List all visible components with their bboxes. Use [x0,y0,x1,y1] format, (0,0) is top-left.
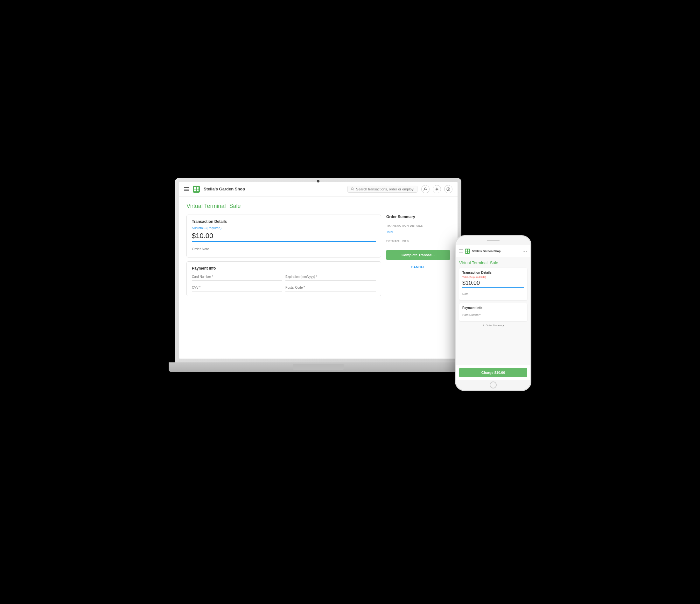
cancel-button[interactable]: CANCEL [386,265,450,269]
main-content: Virtual Terminal Sale Transaction Detail… [179,196,457,359]
phone-note-input[interactable] [462,291,524,297]
svg-rect-4 [197,189,199,191]
transaction-details-title: Transaction Details [192,219,376,224]
scene: Stella's Garden Shop [175,178,525,426]
phone-brand-name: Stella's Garden Shop [472,250,521,253]
search-icon [351,187,354,191]
laptop-screen: Stella's Garden Shop [179,182,457,359]
content-grid: Transaction Details Subtotal • (Required… [186,215,450,296]
navbar: Stella's Garden Shop [179,182,457,196]
phone-page-title: Virtual Terminal Sale [459,260,527,265]
phone-notch [456,236,530,245]
svg-point-8 [436,188,438,190]
svg-rect-13 [466,249,468,251]
laptop-trackpad [293,364,344,370]
svg-rect-2 [197,187,199,189]
phone-home-button-area [456,380,530,390]
svg-rect-1 [194,187,196,189]
complete-transaction-button[interactable]: Complete Transac... [386,250,450,260]
menu-icon[interactable] [184,187,189,191]
phone-page-subtitle: Sale [490,260,498,265]
phone-subtotal-label: Total•(Required field) [462,275,524,279]
page-title: Virtual Terminal Sale [186,203,450,210]
expiration-input[interactable] [285,273,376,281]
user-icon-button[interactable] [421,185,429,193]
svg-rect-0 [193,186,200,193]
laptop-device: Stella's Garden Shop [175,178,461,394]
chevron-up-icon: ∧ [483,324,484,327]
search-input[interactable] [356,187,414,191]
phone-content: Virtual Terminal Sale Transaction Detail… [456,257,530,365]
payment-info-title: Payment Info [192,266,376,270]
cvv-input[interactable] [192,284,282,291]
svg-line-6 [353,189,354,190]
svg-rect-3 [194,189,196,191]
phone-menu-icon[interactable] [459,250,463,253]
phone-transaction-details-card: Transaction Details Total•(Required fiel… [459,268,527,300]
gear-icon-button[interactable] [433,185,441,193]
phone-navbar: Stella's Garden Shop ··· [456,245,530,257]
phone-screen: Stella's Garden Shop ··· Virtual Termina… [456,245,530,380]
search-bar[interactable] [347,186,418,193]
order-summary-title: Order Summary [386,215,450,219]
laptop-body: Stella's Garden Shop [175,178,461,362]
nav-brand-name: Stella's Garden Shop [204,187,344,191]
svg-rect-14 [468,249,469,251]
left-panel: Transaction Details Subtotal • (Required… [186,215,381,296]
brand-logo-icon [193,186,200,193]
phone-brand-logo-icon [465,248,470,254]
order-note-input[interactable] [192,245,376,253]
phone-transaction-details-title: Transaction Details [462,271,524,274]
svg-rect-15 [466,252,468,253]
transaction-details-label: TRANSACTION DETAILS [386,224,450,227]
postal-code-input[interactable] [285,284,376,291]
payment-info-label: PAYMENT INFO [386,239,450,242]
subtotal-label: Subtotal • (Required) [192,226,376,230]
order-summary-panel: Order Summary TRANSACTION DETAILS Total … [386,215,450,296]
info-icon-button[interactable] [444,185,452,193]
payment-info-card: Payment Info [186,261,381,296]
phone-payment-title: Payment Info [462,306,524,310]
card-number-input[interactable] [192,273,282,281]
payment-fields [192,273,376,291]
svg-point-11 [448,188,448,188]
phone-payment-info-card: Payment Info [459,303,527,321]
phone-dots-menu[interactable]: ··· [522,248,527,254]
phone-bottom-bar: Charge $10.00 [456,365,530,380]
svg-point-5 [351,188,353,189]
phone-charge-button[interactable]: Charge $10.00 [459,368,527,377]
amount-input[interactable] [192,232,376,242]
phone-home-circle[interactable] [490,382,497,389]
phone-card-number-input[interactable] [462,312,524,318]
laptop-webcam [317,180,320,182]
nav-icons [421,185,452,193]
phone-order-summary-toggle[interactable]: ∧ Order Summary [459,324,527,327]
svg-rect-16 [468,252,469,253]
svg-rect-12 [465,248,470,254]
transaction-details-card: Transaction Details Subtotal • (Required… [186,215,381,258]
page-subtitle: Sale [229,203,241,209]
phone-device: Stella's Garden Shop ··· Virtual Termina… [455,235,531,391]
summary-total: Total [386,231,450,234]
phone-speaker [487,240,500,241]
phone-amount-input[interactable] [462,280,524,288]
